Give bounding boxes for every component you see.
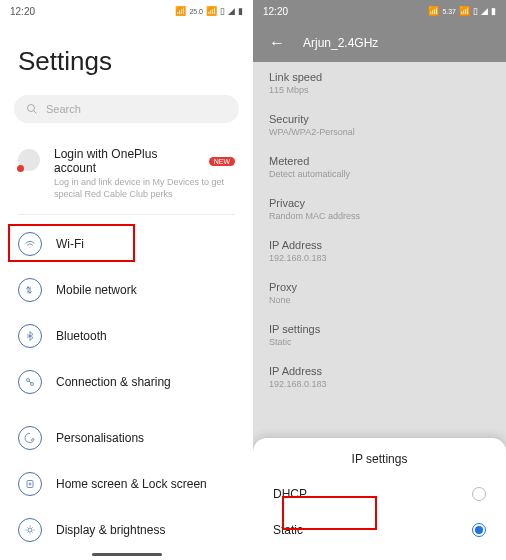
menu-label: Connection & sharing bbox=[56, 375, 171, 389]
menu-label: Mobile network bbox=[56, 283, 137, 297]
detail-proxy[interactable]: Proxy None bbox=[253, 272, 506, 314]
nav-handle[interactable] bbox=[92, 553, 162, 556]
menu-label: Wi-Fi bbox=[56, 237, 84, 251]
search-icon bbox=[26, 103, 38, 115]
bluetooth-icon bbox=[18, 324, 42, 348]
login-subtitle: Log in and link device in My Devices to … bbox=[54, 177, 235, 200]
svg-line-1 bbox=[34, 111, 37, 114]
sheet-title: IP settings bbox=[253, 452, 506, 466]
status-time: 12:20 bbox=[263, 6, 288, 17]
status-bar: 12:20 📶5.37📶▯◢▮ bbox=[253, 0, 506, 20]
connection-icon bbox=[18, 370, 42, 394]
menu-label: Display & brightness bbox=[56, 523, 165, 537]
svg-point-0 bbox=[28, 105, 35, 112]
svg-rect-4 bbox=[27, 481, 33, 488]
menu-mobile-network[interactable]: Mobile network bbox=[0, 267, 253, 313]
svg-point-6 bbox=[28, 528, 32, 532]
detail-ip-settings[interactable]: IP settings Static bbox=[253, 314, 506, 356]
mobile-signal-icon bbox=[18, 278, 42, 302]
menu-display[interactable]: Display & brightness bbox=[0, 507, 253, 553]
login-row[interactable]: Login with OnePlus account NEW Log in an… bbox=[0, 137, 253, 214]
menu-bluetooth[interactable]: Bluetooth bbox=[0, 313, 253, 359]
detail-link-speed[interactable]: Link speed 115 Mbps bbox=[253, 62, 506, 104]
status-bar: 12:20 📶25.0📶▯◢▮ bbox=[0, 0, 253, 20]
menu-label: Personalisations bbox=[56, 431, 144, 445]
radio-dhcp[interactable]: DHCP bbox=[253, 476, 506, 512]
login-title: Login with OnePlus account bbox=[54, 147, 203, 175]
home-icon bbox=[18, 472, 42, 496]
page-title: Settings bbox=[0, 20, 253, 89]
detail-ip-address[interactable]: IP Address 192.168.0.183 bbox=[253, 230, 506, 272]
menu-home-lock[interactable]: Home screen & Lock screen bbox=[0, 461, 253, 507]
palette-icon bbox=[18, 426, 42, 450]
menu-connection-sharing[interactable]: Connection & sharing bbox=[0, 359, 253, 405]
detail-metered[interactable]: Metered Detect automatically bbox=[253, 146, 506, 188]
radio-static[interactable]: Static bbox=[253, 512, 506, 548]
detail-security[interactable]: Security WPA/WPA2-Personal bbox=[253, 104, 506, 146]
svg-point-5 bbox=[29, 483, 31, 485]
wifi-detail-screen: 12:20 📶5.37📶▯◢▮ ← Arjun_2.4GHz Link spee… bbox=[253, 0, 506, 560]
menu-wifi[interactable]: Wi-Fi bbox=[0, 221, 253, 267]
detail-privacy[interactable]: Privacy Random MAC address bbox=[253, 188, 506, 230]
search-placeholder: Search bbox=[46, 103, 81, 115]
status-time: 12:20 bbox=[10, 6, 35, 17]
wifi-icon bbox=[18, 232, 42, 256]
menu-label: Bluetooth bbox=[56, 329, 107, 343]
brightness-icon bbox=[18, 518, 42, 542]
menu-personalisations[interactable]: Personalisations bbox=[0, 415, 253, 461]
status-icons: 📶5.37📶▯◢▮ bbox=[428, 6, 496, 16]
radio-icon bbox=[472, 487, 486, 501]
divider bbox=[18, 214, 235, 215]
search-input[interactable]: Search bbox=[14, 95, 239, 123]
app-bar-title: Arjun_2.4GHz bbox=[303, 36, 378, 50]
radio-icon bbox=[472, 523, 486, 537]
new-badge: NEW bbox=[209, 157, 235, 166]
status-icons: 📶25.0📶▯◢▮ bbox=[175, 6, 243, 16]
menu-label: Home screen & Lock screen bbox=[56, 477, 207, 491]
app-bar: ← Arjun_2.4GHz bbox=[253, 20, 506, 62]
avatar-icon bbox=[18, 149, 40, 171]
ip-settings-sheet: IP settings DHCP Static bbox=[253, 438, 506, 560]
settings-screen: 12:20 📶25.0📶▯◢▮ Settings Search Login wi… bbox=[0, 0, 253, 560]
detail-ip-address-2[interactable]: IP Address 192.168.0.183 bbox=[253, 356, 506, 398]
back-arrow-icon[interactable]: ← bbox=[269, 34, 285, 52]
